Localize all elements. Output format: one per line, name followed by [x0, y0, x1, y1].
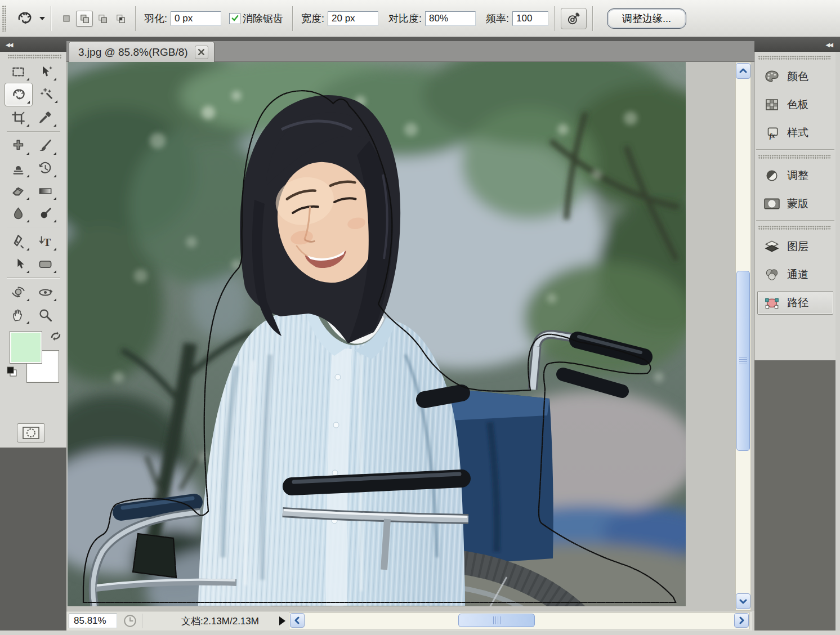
tab-close-button[interactable] — [195, 46, 208, 59]
contrast-input[interactable] — [425, 11, 476, 26]
horizontal-scrollbar[interactable] — [289, 612, 750, 629]
left-panel-collapse[interactable]: ◀◀ — [0, 37, 66, 52]
antialias-checkbox[interactable] — [229, 13, 240, 24]
crop-icon — [11, 110, 26, 126]
tool-path-selection[interactable] — [5, 253, 32, 275]
status-menu-arrow-icon[interactable] — [279, 616, 285, 625]
tool-dodge[interactable] — [32, 202, 59, 225]
panel-group-grip[interactable] — [758, 155, 831, 159]
eraser-icon — [11, 184, 26, 199]
tool-3d-rotate[interactable] — [5, 281, 32, 303]
panel-group-grip[interactable] — [758, 56, 831, 60]
tool-type[interactable]: T — [32, 230, 59, 253]
horizontal-scroll-thumb[interactable] — [458, 614, 535, 627]
tool-rectangular-marquee[interactable] — [5, 60, 32, 83]
panel-button-color[interactable]: 颜色 — [757, 65, 833, 88]
tool-history-brush[interactable] — [32, 157, 59, 180]
3d-orbit-icon — [38, 285, 53, 300]
width-input[interactable] — [328, 11, 378, 26]
panel-button-masks[interactable]: 蒙版 — [757, 192, 833, 216]
tablet-pressure-button[interactable] — [561, 8, 587, 29]
tool-preset-caret-icon[interactable] — [39, 17, 45, 20]
scroll-left-button[interactable] — [290, 613, 305, 628]
mode-subtract-from-selection[interactable] — [94, 11, 111, 26]
close-icon — [198, 48, 205, 56]
options-bar-grip[interactable] — [2, 6, 7, 32]
panel-button-layers[interactable]: 图层 — [757, 235, 833, 258]
vertical-scrollbar[interactable] — [735, 62, 751, 611]
new-selection-icon — [61, 14, 72, 24]
tool-pen[interactable] — [5, 230, 32, 253]
tool-brush[interactable] — [32, 135, 59, 157]
tool-zoom[interactable] — [32, 303, 59, 326]
zoom-level-field[interactable]: 85.81% — [69, 614, 117, 628]
feather-input[interactable] — [171, 11, 221, 26]
right-panel-collapse[interactable]: ◀◀ — [754, 37, 840, 52]
tool-magnetic-lasso[interactable] — [5, 83, 33, 106]
tool-eyedropper[interactable] — [32, 106, 59, 129]
foreground-color-well[interactable] — [10, 332, 42, 363]
panel-group-grip[interactable] — [758, 226, 831, 230]
document-tab-bar: 3.jpg @ 85.8%(RGB/8) — [66, 37, 754, 62]
tablet-pressure-icon — [566, 11, 581, 26]
masks-icon — [763, 196, 780, 211]
window-bottom-edge — [0, 630, 840, 635]
tool-rounded-rectangle[interactable] — [32, 253, 59, 275]
color-wells — [5, 330, 66, 397]
history-brush-icon — [38, 161, 53, 176]
adjustments-icon — [763, 168, 780, 183]
tool-eraser[interactable] — [5, 180, 32, 202]
document-tab[interactable]: 3.jpg @ 85.8%(RGB/8) — [69, 41, 215, 62]
gradient-icon — [38, 184, 53, 199]
quick-mask-icon — [23, 427, 39, 439]
svg-text:fx: fx — [770, 132, 775, 140]
scroll-down-button[interactable] — [736, 593, 750, 609]
mode-add-to-selection[interactable] — [76, 11, 93, 26]
swap-colors-button[interactable] — [50, 330, 62, 344]
channels-icon — [763, 267, 780, 282]
active-tool-thumbnail[interactable] — [12, 8, 37, 29]
refine-edge-button[interactable]: 调整边缘... — [607, 8, 686, 29]
document-canvas[interactable] — [68, 62, 686, 606]
tool-move[interactable] — [32, 60, 59, 83]
scroll-up-button[interactable] — [736, 63, 750, 79]
panel-button-paths[interactable]: 路径 — [757, 291, 833, 315]
tool-spot-healing-brush[interactable] — [5, 135, 32, 157]
chevron-down-icon — [739, 597, 747, 605]
frequency-input[interactable] — [512, 11, 548, 26]
right-dock-panel: 颜色 色板 fx 样式 调整 — [754, 52, 840, 635]
tool-clone-stamp[interactable] — [5, 157, 32, 180]
panel-button-styles[interactable]: fx 样式 — [757, 121, 833, 145]
clone-stamp-icon — [11, 161, 26, 176]
panel-button-swatches[interactable]: 色板 — [757, 93, 833, 117]
tool-3d-orbit[interactable] — [32, 281, 59, 303]
width-label: 宽度: — [301, 12, 324, 25]
vertical-scroll-thumb[interactable] — [736, 271, 750, 451]
rounded-rectangle-icon — [38, 257, 53, 272]
default-colors-button[interactable] — [6, 365, 19, 381]
photo-woman-in-wheelchair — [68, 62, 686, 606]
intersect-selection-icon — [115, 14, 126, 24]
antialias-label: 消除锯齿 — [243, 12, 283, 25]
panel-label: 通道 — [787, 267, 808, 282]
panel-label: 颜色 — [787, 69, 808, 84]
brush-icon — [38, 138, 53, 154]
tool-hand[interactable] — [5, 303, 32, 326]
tools-panel-grip[interactable] — [8, 55, 61, 59]
panel-button-adjustments[interactable]: 调整 — [757, 164, 833, 187]
mode-new-selection[interactable] — [58, 11, 75, 26]
palette-icon — [763, 69, 780, 84]
zoom-icon — [38, 307, 53, 323]
blur-drop-icon — [11, 206, 26, 221]
panel-button-channels[interactable]: 通道 — [757, 263, 833, 287]
tool-gradient[interactable] — [32, 180, 59, 202]
quick-mask-button[interactable] — [17, 423, 45, 442]
tool-blur[interactable] — [5, 202, 32, 225]
tool-crop[interactable] — [5, 106, 32, 129]
tool-magic-wand[interactable] — [33, 83, 60, 105]
panel-label: 调整 — [787, 168, 808, 183]
swap-colors-icon — [50, 330, 62, 342]
mode-intersect-selection[interactable] — [112, 11, 129, 26]
scroll-right-button[interactable] — [734, 613, 749, 628]
panel-label: 样式 — [787, 126, 808, 140]
